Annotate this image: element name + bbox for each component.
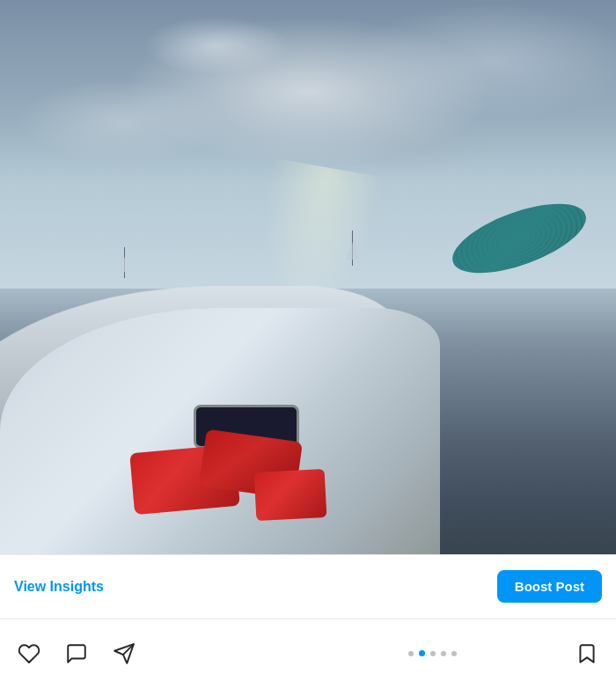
red-cushions <box>132 440 326 528</box>
bookmark-button[interactable] <box>572 639 602 669</box>
rope-coil <box>431 194 590 300</box>
scene-background <box>0 0 616 554</box>
bookmark-icon <box>576 642 598 665</box>
sailboat-right <box>339 222 365 270</box>
action-bar: View Insights Boost Post <box>0 554 616 688</box>
comment-icon <box>65 642 88 665</box>
carousel-dots <box>293 650 572 656</box>
heart-icon <box>18 642 40 665</box>
share-icon <box>113 642 136 665</box>
post-image[interactable] <box>0 0 616 554</box>
cushion-3 <box>254 469 327 521</box>
share-button[interactable] <box>109 639 139 669</box>
dot-5 <box>451 651 457 656</box>
dot-4 <box>441 651 446 656</box>
icons-row <box>0 618 616 688</box>
like-button[interactable] <box>14 639 44 669</box>
comment-button[interactable] <box>62 639 92 669</box>
view-insights-button[interactable]: View Insights <box>14 579 104 595</box>
sailboat-left <box>111 238 137 282</box>
left-icons <box>14 639 293 669</box>
post-container: View Insights Boost Post <box>0 0 616 688</box>
insights-boost-row: View Insights Boost Post <box>0 555 616 618</box>
dot-3 <box>430 651 436 656</box>
dot-2 <box>419 650 425 656</box>
boost-post-button[interactable]: Boost Post <box>497 570 602 603</box>
dot-1 <box>408 651 414 656</box>
